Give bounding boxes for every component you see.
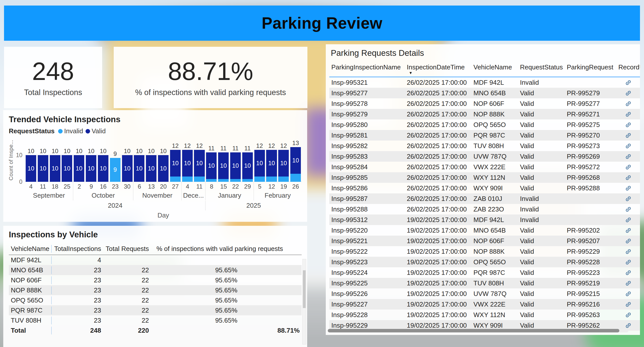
table-row[interactable]: Insp-995223 19/02/2025 17:00:00 OPQ 565O…	[329, 257, 640, 267]
table-row[interactable]: PQR 987C 23 22 95.65%	[9, 305, 302, 315]
trend-bar-4-September[interactable]: 1010	[25, 139, 37, 182]
table-row[interactable]: Insp-995277 26/02/2025 17:00:00 MNO 654B…	[329, 88, 640, 98]
record-url-link[interactable]	[616, 259, 640, 266]
table-row[interactable]: Insp-995284 26/02/2025 17:00:00 VWX 222E…	[329, 162, 640, 172]
trend-bar-16-October[interactable]: 1010	[97, 139, 109, 182]
table-row[interactable]: Insp-995281 26/02/2025 17:00:00 PQR 987C…	[329, 130, 640, 141]
trend-bar-27-November[interactable]: 1210	[169, 139, 181, 182]
trend-bar-15-January[interactable]: 1110	[217, 139, 229, 182]
record-url-link[interactable]	[616, 312, 640, 318]
record-url-link[interactable]	[616, 301, 640, 308]
trend-bar-5-February[interactable]: 1210	[254, 139, 266, 182]
record-url-link[interactable]	[616, 280, 640, 287]
trend-bar-25-September[interactable]: 1010	[61, 139, 73, 182]
trend-bar-9-October[interactable]: 1010	[85, 139, 97, 182]
table-row[interactable]: Insp-995227 19/02/2025 17:00:00 VWX 222E…	[329, 299, 640, 310]
record-url-link[interactable]	[616, 90, 640, 97]
trend-bar-20-November[interactable]: 1010	[157, 139, 169, 182]
col-header-recordurl[interactable]: RecordU	[616, 62, 640, 77]
record-url-link[interactable]	[616, 174, 640, 181]
cell-valid-pct: 95.65%	[151, 286, 302, 294]
record-url-link[interactable]	[616, 153, 640, 160]
record-url-link[interactable]	[616, 164, 640, 170]
trend-bar-11-September[interactable]: 1010	[37, 139, 49, 182]
col-header-totalrequests[interactable]: Total Requests	[103, 245, 151, 253]
trend-bar-8-January[interactable]: 1110	[205, 139, 217, 182]
trend-bar-22-January[interactable]: 1110	[229, 139, 242, 182]
table-row[interactable]: Insp-995280 26/02/2025 17:00:00 OPQ 565O…	[329, 119, 640, 130]
record-url-link[interactable]	[616, 143, 640, 149]
table-row[interactable]: Insp-995288 26/02/2025 17:00:00 ZAB 223O…	[329, 204, 640, 214]
horizontal-scrollbar-thumb[interactable]	[328, 329, 619, 332]
trend-bar-2-October[interactable]: 1010	[73, 139, 85, 182]
trend-bar-13-November[interactable]: 1010	[145, 139, 157, 182]
record-url-link[interactable]	[616, 238, 640, 244]
col-header-inspectiondatetime[interactable]: InspectionDateTime ▼	[405, 62, 471, 77]
legend-item-invalid[interactable]: Invalid	[58, 127, 83, 135]
table-row[interactable]: Insp-995285 26/02/2025 17:00:00 WXY 112N…	[329, 172, 640, 183]
table-row[interactable]: NOP 888K 23 22 95.65%	[9, 285, 302, 295]
table-row[interactable]: Insp-995228 19/02/2025 17:00:00 WXY 112N…	[329, 310, 640, 320]
vertical-scrollbar-thumb[interactable]	[303, 270, 306, 308]
col-header-validpct[interactable]: % of inspections with valid parking requ…	[151, 245, 302, 253]
trend-bar-4-December[interactable]: 1210	[181, 139, 193, 182]
trend-bar-11-December[interactable]: 1210	[193, 139, 206, 182]
table-row[interactable]: NOP 606F 23 22 95.65%	[9, 275, 302, 285]
table-row[interactable]: Insp-995282 26/02/2025 17:00:00 TUV 808H…	[329, 141, 640, 151]
trend-bar-6-November[interactable]: 1010	[133, 139, 145, 182]
col-header-parkinginspectionname[interactable]: ParkingInspectionName	[329, 62, 405, 77]
trend-bar-29-January[interactable]: 1110	[242, 139, 254, 182]
table-row[interactable]: Insp-995312 19/02/2025 17:00:00 MDF 942L…	[329, 214, 640, 225]
table-row[interactable]: Insp-995286 26/02/2025 17:00:00 WXY 909I…	[329, 183, 640, 193]
table-row[interactable]: Insp-995321 26/02/2025 17:00:00 MDF 942L…	[329, 77, 640, 88]
kpi-total-inspections-card: 248 Total Inspections	[4, 47, 102, 108]
table-row[interactable]: Insp-995225 19/02/2025 17:00:00 TUV 808H…	[329, 278, 640, 288]
trend-bar-23-October[interactable]: 99	[109, 139, 121, 182]
record-url-link[interactable]	[616, 322, 640, 329]
legend-item-valid[interactable]: Valid	[86, 127, 106, 135]
table-row[interactable]: Insp-995222 19/02/2025 17:00:00 NOP 888K…	[329, 246, 640, 257]
trend-bar-26-February[interactable]: 1310	[290, 139, 302, 182]
table-row[interactable]: MDF 942L 4	[9, 255, 302, 265]
cell-vehicle-name: NOP 888K	[471, 110, 518, 118]
table-row[interactable]: Insp-995279 26/02/2025 17:00:00 NOP 888K…	[329, 109, 640, 119]
table-row[interactable]: OPQ 565O 23 22 95.65%	[9, 295, 302, 305]
col-header-vehiclename[interactable]: VehicleName	[9, 245, 52, 253]
vehicle-table-header: VehicleName TotalInspections Total Reque…	[9, 243, 302, 255]
col-header-requeststatus[interactable]: RequestStatus	[518, 62, 565, 77]
record-url-link[interactable]	[616, 227, 640, 234]
record-url-link[interactable]	[616, 100, 640, 107]
record-url-link[interactable]	[616, 79, 640, 86]
record-url-link[interactable]	[616, 111, 640, 118]
col-header-vehiclename[interactable]: VehicleName	[471, 62, 518, 77]
table-row[interactable]: Insp-995283 26/02/2025 17:00:00 UVW 787Q…	[329, 151, 640, 162]
table-row[interactable]: MNO 654B 23 22 95.65%	[9, 265, 302, 275]
table-row[interactable]: Insp-995221 19/02/2025 17:00:00 NOP 606F…	[329, 236, 640, 246]
table-row[interactable]: TUV 808H 23 22 95.65%	[9, 315, 302, 325]
record-url-link[interactable]	[616, 248, 640, 255]
record-url-link[interactable]	[616, 216, 640, 223]
trend-bar-12-February[interactable]: 1210	[266, 139, 278, 182]
trend-bar-30-October[interactable]: 1010	[121, 139, 133, 182]
trend-bar-18-September[interactable]: 1010	[49, 139, 61, 182]
col-header-totalinspections[interactable]: TotalInspections	[52, 245, 103, 253]
table-row[interactable]: Insp-995220 19/02/2025 17:00:00 MNO 654B…	[329, 225, 640, 236]
cell-inspection-datetime: 26/02/2025 17:00:00	[405, 153, 471, 160]
table-row[interactable]: Insp-995287 26/02/2025 17:00:00 ZAB 010J…	[329, 193, 640, 204]
table-row[interactable]: Insp-995278 26/02/2025 17:00:00 NOP 606F…	[329, 98, 640, 109]
record-url-link[interactable]	[616, 121, 640, 128]
cell-total-inspections: 23	[52, 317, 103, 324]
record-url-link[interactable]	[616, 290, 640, 297]
col-header-parkingrequest[interactable]: ParkingRequest	[565, 62, 616, 77]
details-table-title: Parking Requests Details	[331, 48, 640, 58]
record-url-link[interactable]	[616, 206, 640, 213]
record-url-link[interactable]	[616, 269, 640, 276]
trend-bar-19-February[interactable]: 1210	[277, 139, 290, 182]
horizontal-scrollbar[interactable]	[328, 329, 628, 332]
record-url-link[interactable]	[616, 132, 640, 139]
record-url-link[interactable]	[616, 185, 640, 192]
record-url-link[interactable]	[616, 195, 640, 202]
vertical-scrollbar[interactable]	[302, 259, 306, 344]
table-row[interactable]: Insp-995224 19/02/2025 17:00:00 PQR 987C…	[329, 267, 640, 278]
table-row[interactable]: Insp-995226 19/02/2025 17:00:00 UVW 787Q…	[329, 288, 640, 299]
